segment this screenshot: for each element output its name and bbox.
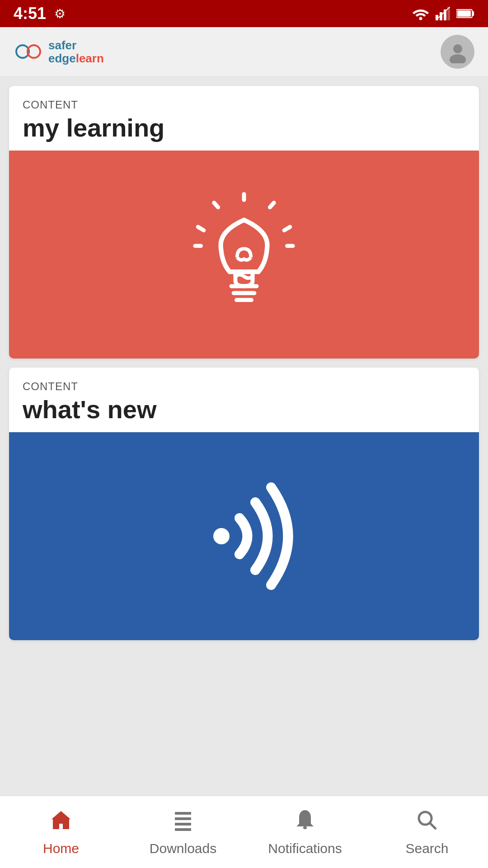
search-icon	[415, 808, 439, 837]
logo-text: safer edgelearn	[48, 39, 104, 65]
wifi-icon	[412, 7, 429, 20]
home-svg	[49, 808, 73, 832]
svg-rect-28	[303, 826, 307, 829]
svg-point-12	[450, 54, 466, 63]
downloads-svg	[171, 808, 195, 832]
nav-home-label: Home	[43, 841, 79, 856]
nav-notifications[interactable]: Notifications	[244, 802, 366, 863]
whats-new-card[interactable]: CONTENT what's new	[9, 368, 479, 640]
whats-new-label: CONTENT	[23, 380, 465, 393]
status-right	[412, 7, 474, 20]
search-svg	[415, 808, 439, 832]
svg-line-16	[214, 203, 218, 207]
whats-new-image	[9, 432, 479, 640]
svg-point-29	[419, 812, 432, 825]
my-learning-title: my learning	[23, 113, 465, 142]
svg-rect-25	[175, 817, 191, 820]
svg-line-17	[198, 227, 204, 231]
main-content: CONTENT my learning	[0, 77, 488, 796]
app-bar: safer edgelearn	[0, 27, 488, 77]
nav-downloads[interactable]: Downloads	[122, 802, 244, 863]
svg-rect-24	[175, 812, 191, 815]
svg-point-11	[453, 44, 462, 53]
my-learning-image	[9, 151, 479, 359]
nav-home[interactable]: Home	[0, 802, 122, 863]
battery-icon	[456, 9, 474, 19]
nav-search-label: Search	[405, 841, 448, 856]
svg-rect-26	[175, 823, 191, 826]
notifications-icon	[293, 808, 317, 837]
nav-notifications-label: Notifications	[268, 841, 342, 856]
my-learning-label: CONTENT	[23, 99, 465, 111]
lightbulb-icon	[181, 191, 307, 318]
status-bar: 4:51 ⚙	[0, 0, 488, 27]
home-icon	[49, 808, 73, 837]
bottom-nav: Home Downloads Notifications	[0, 796, 488, 868]
nav-downloads-label: Downloads	[150, 841, 216, 856]
broadcast-icon	[176, 480, 312, 593]
my-learning-header: CONTENT my learning	[9, 86, 479, 151]
svg-line-15	[284, 227, 290, 231]
my-learning-card[interactable]: CONTENT my learning	[9, 86, 479, 359]
logo-safer-text: safer	[48, 39, 104, 52]
svg-point-23	[213, 528, 230, 544]
logo-learn-word: learn	[76, 52, 104, 65]
logo-icon	[14, 37, 43, 66]
svg-rect-7	[472, 11, 474, 16]
signal-icon	[436, 7, 450, 20]
nav-search[interactable]: Search	[366, 802, 488, 863]
settings-icon[interactable]: ⚙	[54, 6, 66, 21]
logo-edge-word: edge	[48, 52, 76, 65]
logo-edge-text: edgelearn	[48, 52, 104, 65]
user-avatar[interactable]	[441, 35, 474, 69]
svg-rect-27	[175, 828, 191, 831]
svg-point-0	[419, 17, 422, 20]
svg-line-14	[270, 203, 274, 207]
status-left: 4:51 ⚙	[14, 4, 66, 23]
bell-svg	[293, 808, 317, 832]
svg-line-30	[430, 823, 436, 829]
avatar-icon	[446, 41, 469, 63]
status-time: 4:51	[14, 4, 46, 23]
logo[interactable]: safer edgelearn	[14, 37, 104, 66]
downloads-icon	[171, 808, 195, 837]
whats-new-header: CONTENT what's new	[9, 368, 479, 432]
svg-rect-8	[457, 10, 471, 17]
whats-new-title: what's new	[23, 395, 465, 424]
